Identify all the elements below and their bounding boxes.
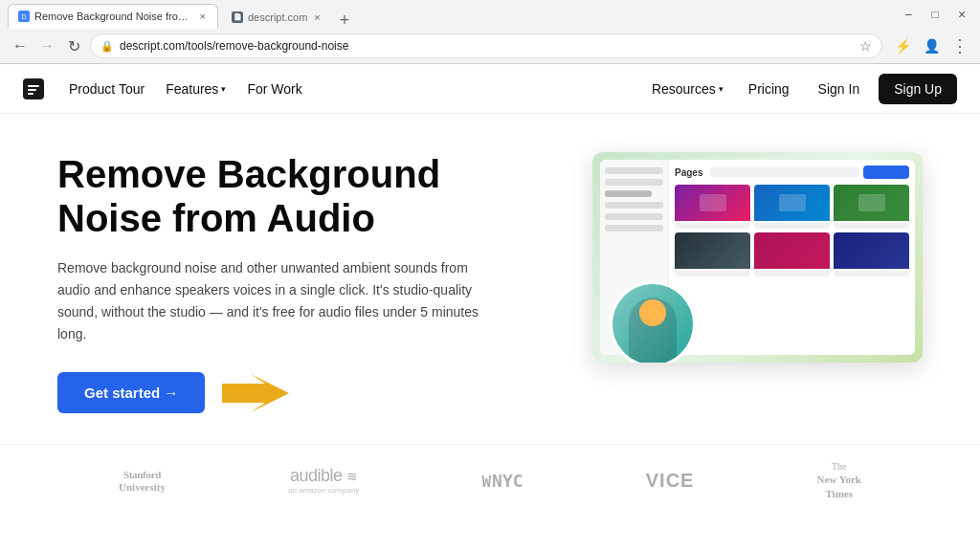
hero-title: Remove Background Noise from Audio <box>57 152 554 240</box>
nav-pricing[interactable]: Pricing <box>739 76 799 102</box>
hero-cta-row: Get started → <box>57 372 554 413</box>
address-bar-text[interactable]: descript.com/tools/remove-background-noi… <box>120 39 854 53</box>
nav-signup[interactable]: Sign Up <box>879 74 957 104</box>
browser-chrome: D Remove Background Noise from... × 📄 de… <box>0 0 980 64</box>
svg-rect-3 <box>28 93 33 95</box>
features-label: Features <box>166 81 218 97</box>
brand-vice: VICE <box>646 470 695 492</box>
website-content: Product Tour Features ▾ For Work Resourc… <box>0 64 980 516</box>
browser-tab-active[interactable]: D Remove Background Noise from... × <box>8 4 218 29</box>
brand-audible: audible ≋ an amazon company <box>288 466 359 495</box>
nav-features[interactable]: Features ▾ <box>156 76 235 102</box>
reload-btn[interactable]: ↻ <box>61 33 86 58</box>
forward-btn[interactable]: → <box>34 33 59 58</box>
menu-btn[interactable]: ⋮ <box>947 33 972 58</box>
back-btn[interactable]: ← <box>8 33 33 58</box>
svg-rect-1 <box>28 85 39 87</box>
nav-signin[interactable]: Sign In <box>805 76 874 102</box>
brand-logos-section: Stanford University audible ≋ an amazon … <box>0 444 980 516</box>
hero-right: Pages <box>592 152 923 363</box>
svg-marker-4 <box>222 374 289 412</box>
brand-stanford: Stanford University <box>119 469 166 493</box>
hero-description: Remove background noise and other unwant… <box>57 257 498 345</box>
nav-for-work[interactable]: For Work <box>237 76 311 102</box>
nav-links: Product Tour Features ▾ For Work <box>59 76 312 102</box>
close-tab-btn[interactable]: × <box>198 11 208 22</box>
nav-logo[interactable] <box>23 78 44 99</box>
navbar: Product Tour Features ▾ For Work Resourc… <box>0 64 980 114</box>
cta-arrow-decoration <box>222 374 289 412</box>
browser-tab-inactive[interactable]: 📄 descript.com × <box>222 6 330 29</box>
svg-rect-2 <box>28 89 36 91</box>
lock-icon: 🔒 <box>100 40 114 53</box>
app-screenshot: Pages <box>592 152 923 363</box>
nav-product-tour[interactable]: Product Tour <box>59 76 154 102</box>
get-started-btn[interactable]: Get started → <box>57 372 205 413</box>
resources-chevron: ▾ <box>719 84 724 94</box>
profile-btn[interactable]: 👤 <box>919 33 944 58</box>
close-window-btn[interactable]: × <box>951 4 972 25</box>
nav-resources[interactable]: Resources ▾ <box>642 76 733 102</box>
active-tab-title: Remove Background Noise from... <box>34 11 191 22</box>
new-tab-btn[interactable]: + <box>334 11 356 29</box>
inactive-tab-title: descript.com <box>248 11 307 23</box>
nav-right: Resources ▾ Pricing Sign In Sign Up <box>642 74 957 104</box>
resources-label: Resources <box>652 81 716 97</box>
close-inactive-tab-btn[interactable]: × <box>314 11 320 23</box>
hero-left: Remove Background Noise from Audio Remov… <box>57 152 554 413</box>
extensions-btn[interactable]: ⚡ <box>890 33 915 58</box>
hero-section: Remove Background Noise from Audio Remov… <box>0 114 980 436</box>
features-chevron: ▾ <box>221 84 226 94</box>
brand-nytimes: The New York Times <box>817 460 861 500</box>
bookmark-btn[interactable]: ☆ <box>859 38 872 54</box>
brand-wnyc: WNYC <box>481 471 523 491</box>
screenshot-avatar <box>610 281 696 363</box>
minimize-btn[interactable]: − <box>898 4 919 25</box>
restore-btn[interactable]: □ <box>924 4 946 25</box>
